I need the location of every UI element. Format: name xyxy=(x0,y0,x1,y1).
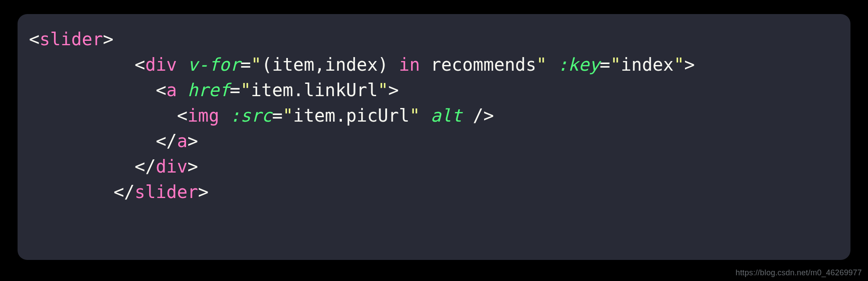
code-line-7: </slider> xyxy=(29,182,208,202)
code-line-3: <a href="item.linkUrl"> xyxy=(29,80,399,100)
watermark: https://blog.csdn.net/m0_46269977 xyxy=(735,268,862,277)
code-line-5: </a> xyxy=(29,131,198,151)
code-line-2: <div v-for="(item,index) in recommends" … xyxy=(29,54,695,75)
code-block: <slider> <div v-for="(item,index) in rec… xyxy=(18,14,850,260)
code-line-4: <img :src="item.picUrl" alt /> xyxy=(29,105,494,126)
code-line-1: <slider> xyxy=(29,29,114,49)
code-line-6: </div> xyxy=(29,156,198,177)
